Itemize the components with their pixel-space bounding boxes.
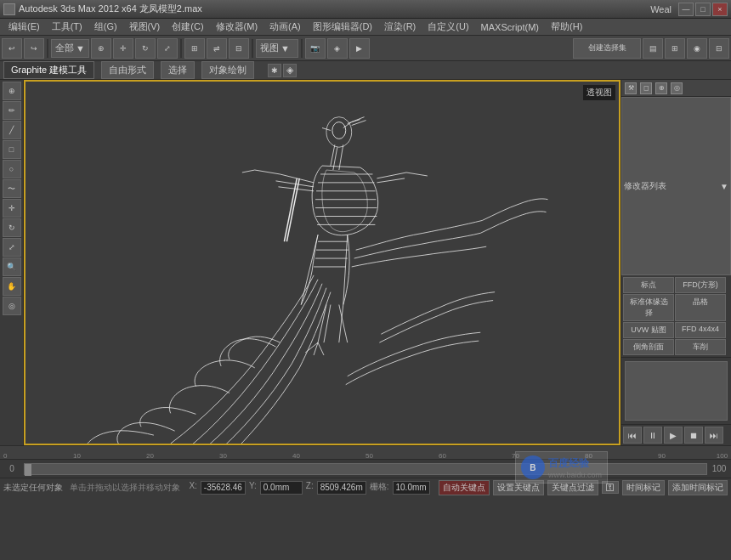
anim-play[interactable]: ▶	[664, 427, 683, 444]
move-btn[interactable]: ✛	[113, 38, 133, 59]
maximize-button[interactable]: □	[695, 3, 711, 16]
mirror-btn[interactable]: ⇌	[207, 38, 227, 59]
tool-line[interactable]: ╱	[3, 121, 21, 139]
panel-icon4[interactable]: ◎	[671, 82, 683, 94]
anim-end: 100	[711, 464, 728, 473]
menu-custom[interactable]: 自定义(U)	[422, 20, 473, 34]
panel-icon3[interactable]: ⊕	[655, 82, 667, 94]
selection-label: 全部	[55, 42, 74, 54]
y-value[interactable]: 0.0mm	[260, 481, 303, 495]
panel-buttons: 标点 FFD(方形) 标准体缘选择 晶格 UVW 贴图 FFD 4x4x4 倒角…	[621, 275, 731, 358]
y-label: Y:	[249, 481, 257, 495]
menu-view[interactable]: 视图(V)	[124, 20, 166, 34]
graphite-icon1[interactable]: ✱	[268, 64, 281, 77]
watermark-text: 百度经验 www.baidu.com	[548, 456, 602, 479]
left-toolbar: ⊕ ✏ ╱ □ ○ 〜 ✛ ↻ ⤢ 🔍 ✋ ◎	[0, 80, 24, 445]
time-marker-btn[interactable]: 时间标记	[622, 480, 665, 495]
menu-tools[interactable]: 工具(T)	[47, 20, 88, 34]
sep1	[47, 39, 48, 58]
model-svg	[26, 82, 619, 444]
btn-ffd4[interactable]: FFD 4x4x4	[675, 322, 726, 338]
title-bar: Autodesk 3ds Max 2012 x64 龙凤模型2.max Weal…	[0, 0, 731, 19]
tool-orbit[interactable]: ◎	[3, 297, 21, 315]
timeline-thumb[interactable]	[25, 464, 31, 476]
menu-modifier[interactable]: 修改器(M)	[211, 20, 264, 34]
anim-stop[interactable]: ⏹	[684, 427, 703, 444]
selection-dropdown[interactable]: 全部 ▼	[51, 39, 89, 58]
x-value[interactable]: -35628.46	[201, 481, 246, 495]
btn-uvw[interactable]: UVW 贴图	[623, 322, 674, 338]
tool-move[interactable]: ✛	[3, 199, 21, 218]
extra-btn3[interactable]: ◉	[687, 38, 707, 59]
menu-render[interactable]: 渲染(R)	[379, 20, 421, 34]
title-text: Autodesk 3ds Max 2012 x64 龙凤模型2.max	[19, 3, 202, 15]
render-btn[interactable]: ▶	[349, 38, 370, 59]
tool-freehand[interactable]: 〜	[3, 179, 21, 198]
btn-biaozhu[interactable]: 标准体缘选择	[623, 294, 674, 321]
undo-button[interactable]: ↩	[2, 38, 22, 59]
mode-label: 未选定任何对象	[3, 482, 63, 494]
tool-select[interactable]: ⊕	[3, 82, 21, 100]
anim-forward[interactable]: ⏭	[705, 427, 723, 444]
view-dropdown[interactable]: 视图 ▼	[256, 39, 298, 58]
tool-scale[interactable]: ⤢	[3, 238, 21, 257]
x-label: X:	[189, 481, 196, 495]
status-coords: X: -35628.46 Y: 0.0mm Z: 8509.426m 栅格: 1…	[189, 481, 429, 495]
anim-bar: 0 100	[0, 459, 731, 478]
modifier-dropdown[interactable]: 修改器列表 ▼	[621, 97, 731, 275]
tab-select[interactable]: 选择	[161, 61, 195, 79]
viewport[interactable]: { 0 } ■ 明暗处理 + 边面 Total Polys: 5,246 Ver…	[24, 80, 620, 445]
menu-anim[interactable]: 动画(A)	[264, 20, 306, 34]
tool-rotate[interactable]: ↻	[3, 218, 21, 237]
panel-action-buttons: ⏮ ⏸ ▶ ⏹ ⏭	[621, 424, 731, 445]
menu-group[interactable]: 组(G)	[89, 20, 122, 34]
material-btn[interactable]: ◈	[327, 38, 348, 59]
title-controls: — □ ×	[678, 3, 728, 16]
add-marker-btn[interactable]: 添加时间标记	[668, 480, 728, 495]
title-left: Autodesk 3ds Max 2012 x64 龙凤模型2.max	[3, 3, 202, 15]
viewport-view-label: 透视图	[583, 85, 615, 100]
z-value[interactable]: 8509.426m	[317, 481, 366, 495]
snap-btn[interactable]: ⊞	[184, 38, 205, 59]
menu-create[interactable]: 创建(C)	[167, 20, 208, 34]
minimize-button[interactable]: —	[678, 3, 694, 16]
sep2	[180, 39, 182, 58]
panel-icon1[interactable]: ⚒	[625, 82, 637, 94]
redo-button[interactable]: ↪	[24, 38, 44, 59]
tool-paint[interactable]: ✏	[3, 101, 21, 120]
camera-btn[interactable]: 📷	[305, 38, 326, 59]
main-content: ⊕ ✏ ╱ □ ○ 〜 ✛ ↻ ⤢ 🔍 ✋ ◎ { 0 } ■ 明暗处理 + 边…	[0, 80, 731, 445]
menu-maxscript[interactable]: MAXScript(M)	[476, 21, 544, 33]
graphite-main-tab[interactable]: Graphite 建模工具	[3, 61, 94, 79]
btn-jinge[interactable]: 晶格	[675, 294, 726, 321]
extra-btn2[interactable]: ⊞	[665, 38, 685, 59]
tab-freeform[interactable]: 自由形式	[101, 61, 154, 79]
menu-edit[interactable]: 编辑(E)	[3, 20, 45, 34]
layer-btn[interactable]: 创建选择集	[573, 38, 641, 59]
rotate-btn[interactable]: ↻	[135, 38, 156, 59]
tool-circle[interactable]: ○	[3, 160, 21, 178]
tool-rect[interactable]: □	[3, 140, 21, 159]
extra-btn1[interactable]: ▤	[643, 38, 663, 59]
scale-btn[interactable]: ⤢	[157, 38, 178, 59]
tool-pan[interactable]: ✋	[3, 277, 21, 296]
btn-daojiao[interactable]: 倒角剖面	[623, 339, 674, 355]
auto-key-btn[interactable]: 自动关键点	[439, 480, 490, 495]
close-button[interactable]: ×	[712, 3, 728, 16]
sep4	[301, 39, 303, 58]
tab-paintobject[interactable]: 对象绘制	[201, 61, 254, 79]
panel-preview	[625, 361, 728, 421]
graphite-icon2[interactable]: ◈	[283, 64, 297, 77]
extra-btn4[interactable]: ⊟	[709, 38, 729, 59]
anim-pause[interactable]: ⏸	[643, 427, 662, 444]
align-btn[interactable]: ⊟	[229, 38, 249, 59]
menu-help[interactable]: 帮助(H)	[546, 20, 587, 34]
anim-rewind[interactable]: ⏮	[623, 427, 642, 444]
btn-biaozhun[interactable]: 标点	[623, 277, 674, 293]
menu-graph[interactable]: 图形编辑器(D)	[308, 20, 377, 34]
btn-chexue[interactable]: 车削	[675, 339, 726, 355]
panel-icon2[interactable]: ◻	[640, 82, 652, 94]
select-btn[interactable]: ⊕	[91, 38, 111, 59]
btn-ffd[interactable]: FFD(方形)	[675, 277, 726, 293]
tool-zoom[interactable]: 🔍	[3, 257, 21, 276]
